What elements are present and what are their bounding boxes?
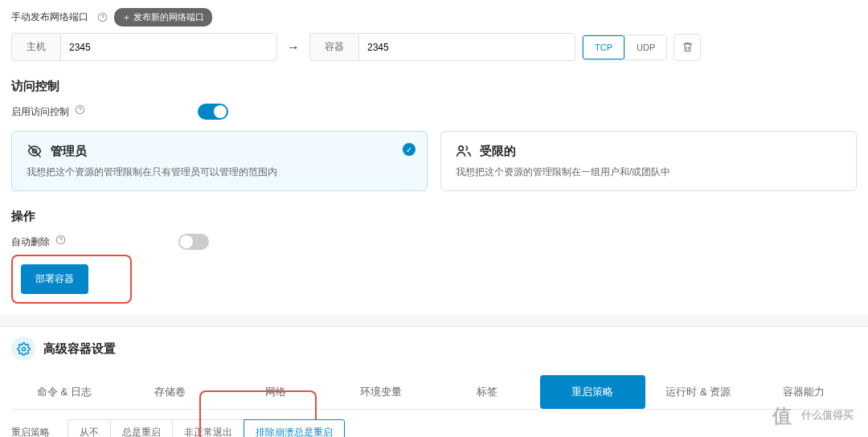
restart-unless-stopped-button[interactable]: 排除崩溃总是重启 <box>244 419 345 437</box>
card-desc: 我想把这个资源的管理限制在只有管理员可以管理的范围内 <box>27 165 412 179</box>
watermark-text: 什么值得买 <box>801 409 854 421</box>
restart-policy-group: 从不 总是重启 非正常退出 排除崩溃总是重启 <box>68 419 345 437</box>
access-control-heading: 访问控制 <box>11 79 857 94</box>
trash-icon <box>682 41 694 53</box>
highlight-box: 部署容器 <box>11 255 132 304</box>
card-desc: 我想把这个资源的管理限制在一组用户和/或团队中 <box>456 165 841 179</box>
protocol-group: TCP UDP <box>582 35 667 60</box>
auto-remove-toggle[interactable] <box>178 234 209 250</box>
help-icon[interactable] <box>75 104 85 115</box>
port-mapping-row: 主机 → 容器 TCP UDP <box>11 33 857 61</box>
tab-restart[interactable]: 重启策略 <box>540 375 646 409</box>
delete-port-button[interactable] <box>674 34 701 61</box>
users-icon <box>456 143 472 159</box>
help-icon[interactable] <box>97 12 108 22</box>
auto-remove-label: 自动删除 <box>11 236 50 247</box>
protocol-udp-button[interactable]: UDP <box>624 35 666 59</box>
restart-policy-label: 重启策略 <box>11 426 59 437</box>
gear-icon <box>11 337 35 361</box>
tab-volumes[interactable]: 存储卷 <box>117 375 223 409</box>
watermark: 值什么值得买 <box>768 402 854 431</box>
ports-heading: 手动发布网络端口 <box>11 10 88 24</box>
watermark-symbol: 值 <box>768 402 796 431</box>
restart-on-failure-button[interactable]: 非正常退出 <box>172 419 244 437</box>
restart-never-button[interactable]: 从不 <box>68 419 111 437</box>
eye-off-icon <box>27 143 43 159</box>
help-icon[interactable] <box>55 235 66 245</box>
advanced-heading: 高级容器设置 <box>43 341 116 357</box>
container-port-label: 容器 <box>309 33 358 61</box>
card-title: 管理员 <box>51 144 87 159</box>
enable-access-label: 启用访问控制 <box>11 106 69 117</box>
svg-point-3 <box>459 146 464 151</box>
svg-point-5 <box>22 347 25 350</box>
arrow-icon: → <box>284 40 303 55</box>
advanced-tabs: 命令 & 日志 存储卷 网络 环境变量 标签 重启策略 运行时 & 资源 容器能… <box>11 375 857 410</box>
restart-always-button[interactable]: 总是重启 <box>110 419 173 437</box>
access-card-restricted[interactable]: 受限的 我想把这个资源的管理限制在一组用户和/或团队中 <box>440 131 857 191</box>
tab-runtime[interactable]: 运行时 & 资源 <box>645 375 751 409</box>
tab-cmd[interactable]: 命令 & 日志 <box>11 375 117 409</box>
host-port-label: 主机 <box>11 33 60 61</box>
container-port-input[interactable] <box>358 33 575 61</box>
tab-labels[interactable]: 标签 <box>434 375 540 409</box>
operations-heading: 操作 <box>11 209 857 224</box>
add-port-button[interactable]: ＋ 发布新的网络端口 <box>114 8 212 27</box>
protocol-tcp-button[interactable]: TCP <box>583 35 624 59</box>
enable-access-toggle[interactable] <box>198 104 228 120</box>
tab-network[interactable]: 网络 <box>223 375 329 409</box>
check-icon <box>403 143 416 156</box>
access-card-admin[interactable]: 管理员 我想把这个资源的管理限制在只有管理员可以管理的范围内 <box>11 131 428 191</box>
tab-env[interactable]: 环境变量 <box>329 375 435 409</box>
deploy-button[interactable]: 部署容器 <box>21 264 88 294</box>
host-port-input[interactable] <box>60 33 277 61</box>
card-title: 受限的 <box>480 144 516 159</box>
